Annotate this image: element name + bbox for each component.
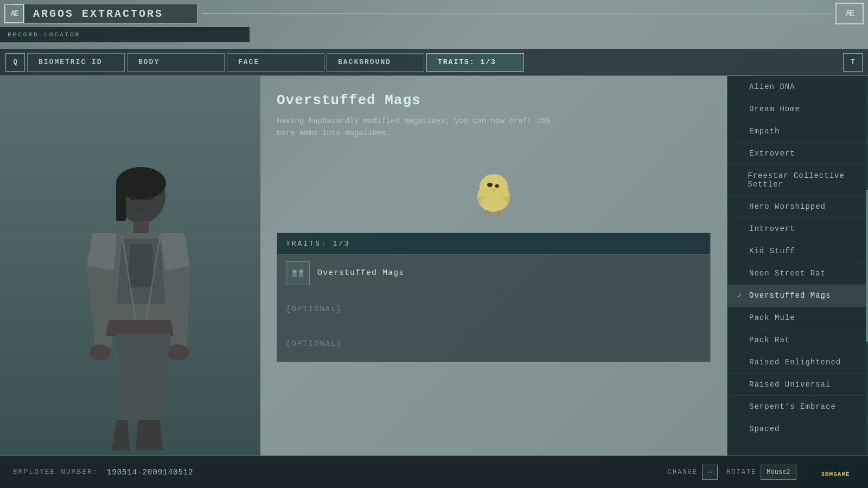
trait-list-item-name: Extrovert bbox=[749, 149, 795, 158]
rotate-label: ROTATE bbox=[726, 468, 756, 476]
svg-point-17 bbox=[300, 271, 302, 273]
trait-list-item-name: Freestar Collective Settler bbox=[748, 171, 858, 189]
trait-list-item[interactable]: Hero Worshipped bbox=[727, 196, 868, 218]
main-content: Overstuffed Mags Having haphazardly modi… bbox=[0, 76, 868, 455]
trait-list-item-name: Pack Rat bbox=[749, 336, 790, 344]
nav-right-btn[interactable]: T bbox=[843, 53, 863, 72]
svg-point-11 bbox=[480, 174, 508, 200]
trait-list-item[interactable]: ✓Overstuffed Mags bbox=[727, 285, 868, 307]
trait-info-title: Overstuffed Mags bbox=[277, 92, 711, 108]
trait-list-item-name: Serpent's Embrace bbox=[749, 402, 836, 411]
change-control: CHANGE ↔ bbox=[668, 465, 718, 480]
trait-list-item[interactable]: Neon Street Rat bbox=[727, 262, 868, 285]
trait-check-icon: ✓ bbox=[737, 291, 745, 300]
version-text: FPS bbox=[4, 2, 13, 8]
title-row: AE ARGOS EXTRACTORS AE bbox=[0, 0, 868, 27]
trait-slot-1[interactable]: Overstuffed Mags bbox=[277, 255, 710, 292]
trait-list: Alien DNADream HomeEmpathExtrovertFreest… bbox=[727, 76, 868, 440]
svg-point-13 bbox=[495, 184, 499, 188]
trait-info-desc: Having haphazardly modified magazines, y… bbox=[277, 115, 559, 139]
employee-number-value: 190514-2009140512 bbox=[107, 468, 194, 477]
tab-background[interactable]: BACKGROUND bbox=[327, 53, 424, 72]
trait-list-item-name: Introvert bbox=[749, 224, 795, 233]
rotate-button[interactable]: Mouse2 bbox=[761, 465, 796, 480]
trait-list-item[interactable]: Raised Universal bbox=[727, 374, 868, 396]
svg-point-16 bbox=[293, 271, 296, 273]
trait-list-item-name: Neon Street Rat bbox=[749, 269, 826, 278]
trait-list-item-name: Raised Universal bbox=[749, 380, 831, 389]
tab-face[interactable]: FACE bbox=[227, 53, 324, 72]
trait-list-item-name: Dream Home bbox=[749, 105, 800, 113]
trait-list-item-name: Pack Mule bbox=[749, 313, 795, 322]
change-label: CHANGE bbox=[668, 468, 698, 476]
employee-number-label: EMPLOYEE NUMBER: bbox=[13, 468, 98, 476]
trait-list-item[interactable]: Pack Rat bbox=[727, 329, 868, 351]
trait-list-item[interactable]: Serpent's Embrace bbox=[727, 396, 868, 418]
svg-point-12 bbox=[487, 183, 493, 187]
trait-list-item-name: Kid Stuff bbox=[749, 247, 795, 255]
game-title: ARGOS EXTRACTORS bbox=[24, 4, 197, 24]
watermark: 3DMGAME bbox=[803, 461, 868, 488]
svg-point-8 bbox=[129, 195, 137, 201]
scroll-thumb bbox=[866, 190, 868, 342]
rotate-btn-icon: Mouse2 bbox=[767, 468, 790, 476]
title-bar-line bbox=[202, 13, 831, 14]
subtitle-row: RECORD LOCATOR bbox=[0, 27, 250, 42]
top-right-logo: AE bbox=[835, 3, 864, 24]
trait-list-item[interactable]: Extrovert bbox=[727, 143, 868, 165]
creature-area bbox=[277, 159, 711, 224]
trait-list-item-name: Overstuffed Mags bbox=[749, 291, 831, 300]
svg-point-5 bbox=[167, 344, 189, 361]
trait-list-item[interactable]: Pack Mule bbox=[727, 307, 868, 329]
change-button[interactable]: ↔ bbox=[702, 465, 718, 480]
traits-selection-box: TRAITS: 1/3 Overstuffed Mags {OPTIONAL} … bbox=[277, 233, 711, 362]
trait-list-item[interactable]: Empath bbox=[727, 120, 868, 143]
bottom-bar: EMPLOYEE NUMBER: 190514-2009140512 CHANG… bbox=[0, 455, 868, 488]
svg-rect-3 bbox=[133, 221, 149, 235]
trait-list-item[interactable]: Kid Stuff bbox=[727, 240, 868, 262]
trait-list-item[interactable]: Spaced bbox=[727, 418, 868, 440]
trait-slot-1-icon bbox=[286, 261, 310, 285]
trait-list-item-name: Raised Enlightened bbox=[749, 358, 841, 367]
trait-list-item[interactable]: Alien DNA bbox=[727, 76, 868, 98]
trait-list-item-name: Alien DNA bbox=[749, 82, 795, 91]
trait-list-item[interactable]: Raised Enlightened bbox=[727, 351, 868, 374]
rotate-control: ROTATE Mouse2 bbox=[726, 465, 796, 480]
trait-info: Overstuffed Mags Having haphazardly modi… bbox=[277, 87, 711, 150]
character-svg bbox=[27, 152, 233, 455]
trait-list-item[interactable]: Introvert bbox=[727, 218, 868, 240]
trait-list-item-name: Hero Worshipped bbox=[749, 202, 826, 211]
watermark-text: 3DMGAME bbox=[821, 471, 850, 478]
top-bar: AE ARGOS EXTRACTORS AE RECORD LOCATOR bbox=[0, 0, 868, 49]
svg-rect-2 bbox=[116, 183, 126, 221]
scroll-bar bbox=[866, 76, 868, 455]
character-panel bbox=[0, 76, 260, 455]
trait-slot-1-name: Overstuffed Mags bbox=[317, 268, 404, 278]
trait-slot-2[interactable]: {OPTIONAL} bbox=[277, 292, 710, 327]
svg-point-4 bbox=[90, 344, 111, 361]
trait-list-panel: Alien DNADream HomeEmpathExtrovertFreest… bbox=[727, 76, 868, 455]
svg-point-9 bbox=[145, 195, 153, 201]
trait-list-item-name: Spaced bbox=[749, 425, 780, 433]
nav-left-btn[interactable]: Q bbox=[5, 53, 25, 72]
center-panel: Overstuffed Mags Having haphazardly modi… bbox=[260, 76, 727, 455]
trait-list-item-name: Empath bbox=[749, 127, 780, 136]
traits-box-header: TRAITS: 1/3 bbox=[277, 233, 710, 255]
creature-svg bbox=[467, 164, 521, 219]
nav-tabs: Q BIOMETRIC ID BODY FACE BACKGROUND TRAI… bbox=[0, 49, 868, 76]
change-btn-icon: ↔ bbox=[708, 468, 712, 476]
trait-list-item[interactable]: Dream Home bbox=[727, 98, 868, 120]
tab-traits[interactable]: TRAITS: 1/3 bbox=[426, 53, 524, 72]
trait-list-item[interactable]: Freestar Collective Settler bbox=[727, 165, 868, 196]
character-figure bbox=[16, 141, 244, 455]
trait-slot-3[interactable]: {OPTIONAL} bbox=[277, 327, 710, 362]
subtitle-text: RECORD LOCATOR bbox=[8, 31, 80, 38]
tab-body[interactable]: BODY bbox=[127, 53, 225, 72]
tab-biometric-id[interactable]: BIOMETRIC ID bbox=[27, 53, 125, 72]
